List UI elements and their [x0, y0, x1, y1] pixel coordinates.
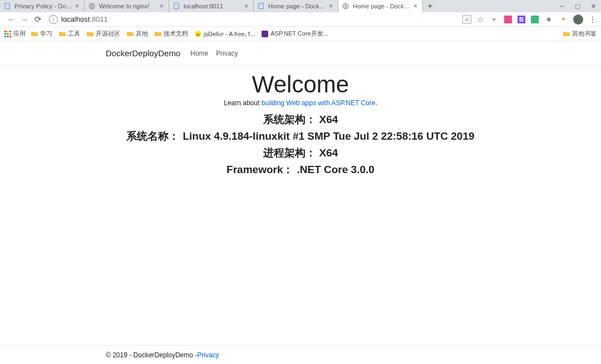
window-controls: ─ ▢ ✕: [554, 0, 601, 12]
tab-title: Privacy Policy - DockerDeploy: [14, 3, 73, 9]
bookmark-folder[interactable]: 其他: [127, 29, 148, 38]
address-bar: ← → ⟳ i localhost:8011 A ☆ ▼ B ◆ ✦ ⋮: [0, 12, 601, 27]
extension-icon[interactable]: B: [518, 16, 525, 23]
svg-rect-3: [259, 3, 263, 9]
svg-rect-2: [174, 3, 179, 9]
bookmark-link[interactable]: js jsDelivr - A free, f...: [195, 31, 255, 37]
svg-rect-11: [4, 36, 6, 37]
folder-icon: [59, 31, 66, 37]
tab-close-icon[interactable]: ×: [244, 3, 250, 9]
svg-rect-12: [7, 36, 9, 37]
tab-close-icon[interactable]: ×: [413, 3, 419, 9]
tab-title: Home page - DockerDeployD: [353, 3, 411, 9]
bookmark-folder[interactable]: 开源社区: [87, 29, 120, 38]
svg-rect-0: [5, 3, 9, 9]
tab-title: Welcome to nginx!: [99, 3, 157, 9]
globe-icon: [88, 2, 96, 10]
svg-rect-5: [4, 31, 6, 32]
profile-avatar[interactable]: [573, 14, 583, 24]
bookmark-star-icon[interactable]: ☆: [477, 14, 484, 24]
tab-favicon: [173, 2, 180, 10]
tab-title: Home page - DockerDeployD: [268, 3, 327, 9]
folder-icon: [563, 31, 570, 37]
extension-icon[interactable]: [504, 16, 512, 23]
tab-close-icon[interactable]: ×: [329, 3, 334, 9]
reload-button[interactable]: ⟳: [31, 13, 45, 26]
extension-icon[interactable]: ✦: [559, 15, 568, 24]
tab-close-icon[interactable]: ×: [75, 3, 81, 9]
maximize-button[interactable]: ▢: [570, 0, 585, 12]
folder-icon: [155, 31, 161, 37]
tab-favicon: [3, 2, 11, 10]
new-tab-button[interactable]: +: [423, 0, 437, 12]
back-button[interactable]: ←: [4, 13, 18, 26]
svg-rect-7: [9, 31, 11, 32]
bookmark-link[interactable]: ASP.NET Core开发...: [262, 29, 328, 38]
folder-icon: [31, 31, 38, 37]
browser-tab-0[interactable]: Privacy Policy - DockerDeploy ×: [0, 0, 85, 12]
translate-icon[interactable]: A: [462, 15, 471, 24]
url-text: localhost:8011: [61, 15, 108, 23]
folder-icon: [87, 31, 93, 37]
browser-tab-2[interactable]: localhost:8011 ×: [169, 0, 254, 12]
svg-text:js: js: [196, 33, 199, 36]
extension-icon[interactable]: ▼: [490, 15, 499, 24]
svg-rect-9: [7, 33, 9, 35]
svg-rect-6: [7, 31, 9, 32]
tab-close-icon[interactable]: ×: [160, 3, 165, 9]
bookmark-folder[interactable]: 工具: [59, 29, 80, 38]
tab-bar: Privacy Policy - DockerDeploy × Welcome …: [0, 0, 601, 12]
svg-rect-8: [4, 33, 6, 35]
url-input[interactable]: i localhost:8011: [49, 14, 458, 25]
browser-tab-3[interactable]: Home page - DockerDeployD ×: [254, 0, 338, 12]
js-icon: js: [195, 31, 201, 37]
bookmark-bar: 应用 学习 工具 开源社区 其他 技术文档 js jsDelivr - A fr…: [0, 27, 601, 41]
globe-icon: [342, 2, 349, 10]
bookmark-folder[interactable]: 学习: [31, 29, 52, 38]
forward-button[interactable]: →: [18, 13, 31, 26]
svg-rect-13: [9, 36, 11, 37]
tab-favicon: [257, 2, 265, 10]
bookmark-folder[interactable]: 技术文档: [155, 29, 188, 38]
apps-icon: [4, 31, 11, 37]
site-info-icon[interactable]: i: [49, 15, 58, 24]
minimize-button[interactable]: ─: [554, 0, 570, 12]
svg-rect-10: [9, 33, 11, 35]
close-button[interactable]: ✕: [585, 0, 601, 12]
aspnet-icon: [262, 31, 268, 37]
other-bookmarks[interactable]: 其他书签: [563, 29, 597, 38]
folder-icon: [127, 31, 134, 37]
browser-tab-4[interactable]: Home page - DockerDeployD ×: [338, 0, 423, 12]
svg-rect-16: [262, 31, 268, 37]
extension-icon[interactable]: ◆: [544, 15, 553, 24]
browser-tab-1[interactable]: Welcome to nginx! ×: [85, 0, 169, 12]
extension-icon[interactable]: [531, 16, 539, 23]
apps-button[interactable]: 应用: [4, 29, 26, 38]
tab-title: localhost:8011: [184, 3, 242, 9]
apps-label: 应用: [13, 29, 26, 38]
menu-button[interactable]: ⋮: [589, 15, 597, 24]
